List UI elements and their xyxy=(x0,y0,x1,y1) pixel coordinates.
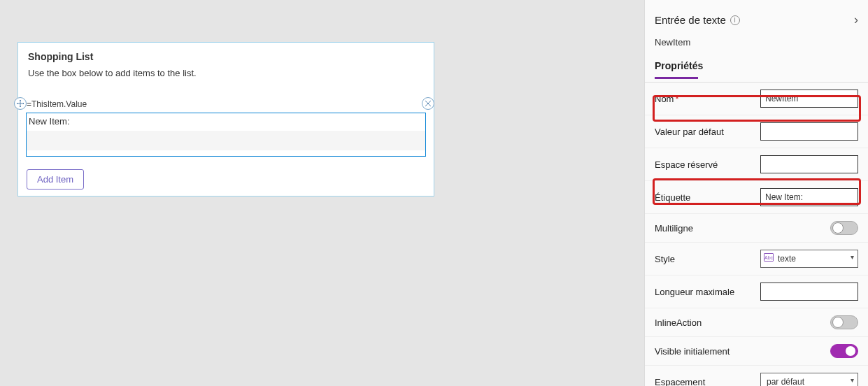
prop-label-visible: Visible initialement xyxy=(655,346,730,357)
newitem-control[interactable]: New Item: xyxy=(26,113,426,157)
prop-input-espace[interactable] xyxy=(760,155,858,173)
chevron-right-icon[interactable]: › xyxy=(854,13,860,27)
toggle-multiligne[interactable] xyxy=(830,221,858,235)
toggle-visible[interactable] xyxy=(830,344,858,358)
prop-label-valdef: Valeur par défaut xyxy=(655,127,724,137)
prop-select-style[interactable] xyxy=(760,250,858,268)
prop-row-style: Style Abc ▾ xyxy=(645,243,868,276)
prop-row-longmax: Longueur maximale xyxy=(645,276,868,308)
prop-select-espacement[interactable] xyxy=(760,373,858,386)
prop-row-valdef: Valeur par défaut xyxy=(645,115,868,148)
pane-control-name: NewItem xyxy=(645,31,868,57)
prop-row-espacement: Espacement ▾ xyxy=(645,366,868,386)
prop-label-longmax: Longueur maximale xyxy=(655,287,734,297)
prop-label-espacement: Espacement xyxy=(655,377,705,387)
pane-section-properties: Propriétés xyxy=(645,57,868,76)
properties-pane: Entrée de texte i › NewItem Propriétés N… xyxy=(644,0,868,386)
active-tab-indicator xyxy=(655,77,698,79)
prop-input-longmax[interactable] xyxy=(760,283,858,301)
prop-row-nom: Nom* xyxy=(645,83,868,115)
prop-input-valdef[interactable] xyxy=(760,122,858,141)
prop-input-nom[interactable] xyxy=(760,90,858,108)
prop-row-inlineaction: InlineAction xyxy=(645,308,868,337)
prop-row-multiligne: Multiligne xyxy=(645,214,868,243)
formula-hint: =ThisItem.Value xyxy=(27,99,87,109)
toggle-inlineaction[interactable] xyxy=(830,315,858,329)
prop-label-multiligne: Multiligne xyxy=(655,223,693,234)
add-item-button[interactable]: Add Item xyxy=(27,169,84,190)
card-title: Shopping List xyxy=(28,51,424,62)
newitem-label: New Item: xyxy=(27,113,425,131)
prop-row-visible: Visible initialement xyxy=(645,337,868,366)
prop-label-style: Style xyxy=(655,254,675,264)
prop-label-inlineaction: InlineAction xyxy=(655,317,702,328)
pane-title: Entrée de texte xyxy=(655,14,726,26)
move-handle-icon[interactable] xyxy=(14,97,27,110)
required-star-icon: * xyxy=(675,94,678,104)
prop-label-nom: Nom xyxy=(655,94,674,104)
prop-input-etiquette[interactable] xyxy=(760,188,858,206)
newitem-input[interactable] xyxy=(27,131,425,150)
prop-label-espace: Espace réservé xyxy=(655,159,718,170)
delete-control-icon[interactable] xyxy=(422,97,434,110)
prop-row-espace: Espace réservé xyxy=(645,148,868,181)
prop-row-etiquette: Étiquette xyxy=(645,181,868,214)
prop-label-etiquette: Étiquette xyxy=(655,192,690,203)
info-icon[interactable]: i xyxy=(730,15,740,25)
card-subtitle: Use the box below to add items to the li… xyxy=(28,68,424,78)
